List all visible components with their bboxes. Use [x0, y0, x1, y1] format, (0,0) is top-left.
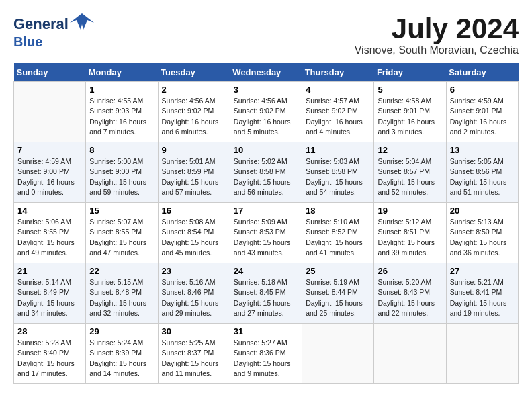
- day-info: Sunrise: 5:18 AMSunset: 8:45 PMDaylight:…: [234, 277, 298, 318]
- calendar-cell: [374, 324, 446, 384]
- day-number: 29: [89, 326, 154, 336]
- day-info: Sunrise: 4:58 AMSunset: 9:01 PMDaylight:…: [378, 96, 442, 137]
- logo-bird-icon: [70, 11, 94, 35]
- svg-marker-0: [70, 13, 94, 30]
- page-header: General Blue July 2024 Visnove, South Mo…: [13, 13, 519, 56]
- calendar-cell: 21Sunrise: 5:14 AMSunset: 8:49 PMDayligh…: [14, 263, 86, 324]
- weekday-tuesday: Tuesday: [158, 63, 230, 82]
- weekday-thursday: Thursday: [302, 63, 374, 82]
- day-info: Sunrise: 5:23 AMSunset: 8:40 PMDaylight:…: [17, 338, 82, 379]
- day-info: Sunrise: 5:05 AMSunset: 8:56 PMDaylight:…: [450, 156, 515, 197]
- day-info: Sunrise: 4:56 AMSunset: 9:02 PMDaylight:…: [162, 96, 226, 137]
- weekday-saturday: Saturday: [446, 63, 518, 82]
- day-number: 25: [306, 266, 370, 276]
- calendar-cell: 26Sunrise: 5:20 AMSunset: 8:43 PMDayligh…: [374, 263, 446, 324]
- calendar-cell: [446, 324, 518, 384]
- logo: General Blue: [13, 13, 94, 48]
- day-number: 28: [17, 326, 82, 336]
- day-number: 13: [450, 145, 515, 155]
- weekday-monday: Monday: [86, 63, 158, 82]
- calendar-cell: 6Sunrise: 4:59 AMSunset: 9:01 PMDaylight…: [446, 82, 518, 142]
- day-info: Sunrise: 5:25 AMSunset: 8:37 PMDaylight:…: [162, 338, 226, 379]
- day-number: 15: [89, 205, 154, 216]
- day-info: Sunrise: 5:01 AMSunset: 8:59 PMDaylight:…: [162, 156, 226, 197]
- calendar-cell: 18Sunrise: 5:10 AMSunset: 8:52 PMDayligh…: [302, 203, 374, 263]
- calendar-cell: 5Sunrise: 4:58 AMSunset: 9:01 PMDaylight…: [374, 82, 446, 142]
- calendar-cell: [302, 324, 374, 384]
- calendar-cell: 11Sunrise: 5:03 AMSunset: 8:58 PMDayligh…: [302, 142, 374, 203]
- day-info: Sunrise: 4:59 AMSunset: 9:00 PMDaylight:…: [17, 156, 82, 197]
- day-info: Sunrise: 5:07 AMSunset: 8:55 PMDaylight:…: [89, 217, 154, 258]
- day-info: Sunrise: 5:06 AMSunset: 8:55 PMDaylight:…: [17, 217, 82, 258]
- calendar-cell: 23Sunrise: 5:16 AMSunset: 8:46 PMDayligh…: [158, 263, 230, 324]
- day-info: Sunrise: 5:16 AMSunset: 8:46 PMDaylight:…: [162, 277, 226, 318]
- day-number: 20: [450, 205, 515, 216]
- day-number: 19: [378, 205, 442, 216]
- day-info: Sunrise: 5:04 AMSunset: 8:57 PMDaylight:…: [378, 156, 442, 197]
- title-block: July 2024 Visnove, South Moravian, Czech…: [355, 13, 519, 56]
- week-row-2: 7Sunrise: 4:59 AMSunset: 9:00 PMDaylight…: [14, 142, 519, 203]
- logo-blue: Blue: [13, 35, 94, 48]
- day-number: 27: [450, 266, 515, 276]
- calendar-cell: 25Sunrise: 5:19 AMSunset: 8:44 PMDayligh…: [302, 263, 374, 324]
- logo-general: General: [13, 17, 69, 32]
- day-number: 16: [162, 205, 226, 216]
- calendar-cell: 22Sunrise: 5:15 AMSunset: 8:48 PMDayligh…: [86, 263, 158, 324]
- day-number: 18: [306, 205, 370, 216]
- day-number: 23: [162, 266, 226, 276]
- calendar-cell: 12Sunrise: 5:04 AMSunset: 8:57 PMDayligh…: [374, 142, 446, 203]
- calendar-cell: 4Sunrise: 4:57 AMSunset: 9:02 PMDaylight…: [302, 82, 374, 142]
- day-number: 11: [306, 145, 370, 155]
- calendar-cell: 17Sunrise: 5:09 AMSunset: 8:53 PMDayligh…: [230, 203, 302, 263]
- day-info: Sunrise: 5:20 AMSunset: 8:43 PMDaylight:…: [378, 277, 442, 318]
- day-number: 1: [89, 85, 154, 95]
- month-title: July 2024: [355, 13, 519, 44]
- calendar-cell: 19Sunrise: 5:12 AMSunset: 8:51 PMDayligh…: [374, 203, 446, 263]
- location: Visnove, South Moravian, Czechia: [355, 44, 519, 56]
- calendar-cell: 1Sunrise: 4:55 AMSunset: 9:03 PMDaylight…: [86, 82, 158, 142]
- day-number: 31: [234, 326, 298, 336]
- calendar-cell: 29Sunrise: 5:24 AMSunset: 8:39 PMDayligh…: [86, 324, 158, 384]
- calendar-cell: 24Sunrise: 5:18 AMSunset: 8:45 PMDayligh…: [230, 263, 302, 324]
- day-number: 8: [89, 145, 154, 155]
- calendar-table: SundayMondayTuesdayWednesdayThursdayFrid…: [13, 63, 519, 384]
- day-number: 12: [378, 145, 442, 155]
- day-info: Sunrise: 4:56 AMSunset: 9:02 PMDaylight:…: [234, 96, 298, 137]
- day-info: Sunrise: 5:10 AMSunset: 8:52 PMDaylight:…: [306, 217, 370, 258]
- calendar-cell: 7Sunrise: 4:59 AMSunset: 9:00 PMDaylight…: [14, 142, 86, 203]
- day-info: Sunrise: 5:15 AMSunset: 8:48 PMDaylight:…: [89, 277, 154, 318]
- day-info: Sunrise: 5:08 AMSunset: 8:54 PMDaylight:…: [162, 217, 226, 258]
- weekday-wednesday: Wednesday: [230, 63, 302, 82]
- calendar-cell: 27Sunrise: 5:21 AMSunset: 8:41 PMDayligh…: [446, 263, 518, 324]
- calendar-cell: 16Sunrise: 5:08 AMSunset: 8:54 PMDayligh…: [158, 203, 230, 263]
- day-number: 17: [234, 205, 298, 216]
- calendar-cell: [14, 82, 86, 142]
- day-info: Sunrise: 5:14 AMSunset: 8:49 PMDaylight:…: [17, 277, 82, 318]
- day-info: Sunrise: 5:13 AMSunset: 8:50 PMDaylight:…: [450, 217, 515, 258]
- day-number: 4: [306, 85, 370, 95]
- day-number: 5: [378, 85, 442, 95]
- day-number: 26: [378, 266, 442, 276]
- day-number: 30: [162, 326, 226, 336]
- calendar-cell: 9Sunrise: 5:01 AMSunset: 8:59 PMDaylight…: [158, 142, 230, 203]
- calendar-cell: 8Sunrise: 5:00 AMSunset: 9:00 PMDaylight…: [86, 142, 158, 203]
- day-info: Sunrise: 5:12 AMSunset: 8:51 PMDaylight:…: [378, 217, 442, 258]
- day-number: 24: [234, 266, 298, 276]
- day-info: Sunrise: 4:57 AMSunset: 9:02 PMDaylight:…: [306, 96, 370, 137]
- day-info: Sunrise: 5:03 AMSunset: 8:58 PMDaylight:…: [306, 156, 370, 197]
- week-row-4: 21Sunrise: 5:14 AMSunset: 8:49 PMDayligh…: [14, 263, 519, 324]
- day-number: 7: [17, 145, 82, 155]
- day-info: Sunrise: 5:24 AMSunset: 8:39 PMDaylight:…: [89, 338, 154, 379]
- day-number: 14: [17, 205, 82, 216]
- day-number: 2: [162, 85, 226, 95]
- calendar-cell: 14Sunrise: 5:06 AMSunset: 8:55 PMDayligh…: [14, 203, 86, 263]
- weekday-sunday: Sunday: [14, 63, 86, 82]
- day-info: Sunrise: 5:27 AMSunset: 8:36 PMDaylight:…: [234, 338, 298, 379]
- day-info: Sunrise: 4:59 AMSunset: 9:01 PMDaylight:…: [450, 96, 515, 137]
- calendar-cell: 10Sunrise: 5:02 AMSunset: 8:58 PMDayligh…: [230, 142, 302, 203]
- calendar-cell: 31Sunrise: 5:27 AMSunset: 8:36 PMDayligh…: [230, 324, 302, 384]
- day-number: 10: [234, 145, 298, 155]
- day-info: Sunrise: 5:09 AMSunset: 8:53 PMDaylight:…: [234, 217, 298, 258]
- calendar-cell: 30Sunrise: 5:25 AMSunset: 8:37 PMDayligh…: [158, 324, 230, 384]
- calendar-cell: 3Sunrise: 4:56 AMSunset: 9:02 PMDaylight…: [230, 82, 302, 142]
